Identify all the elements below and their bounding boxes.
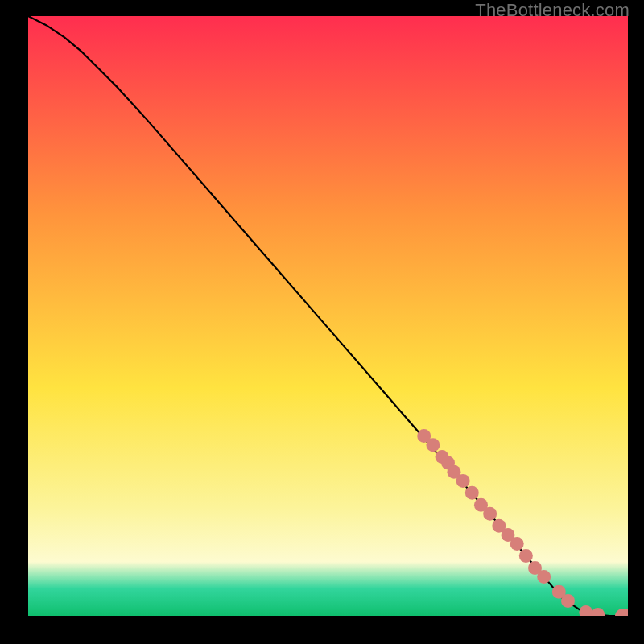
marker-dot [561,594,575,608]
chart-frame: TheBottleneck.com [0,0,644,644]
marker-dot [483,507,497,521]
marker-dot [426,438,440,452]
marker-dot [510,537,524,551]
chart-svg [28,16,628,616]
marker-dot [465,486,479,500]
marker-dot [537,570,551,584]
gradient-bg [28,16,628,616]
plot-area [28,16,628,616]
marker-dot [456,474,470,488]
marker-dot [519,549,533,563]
